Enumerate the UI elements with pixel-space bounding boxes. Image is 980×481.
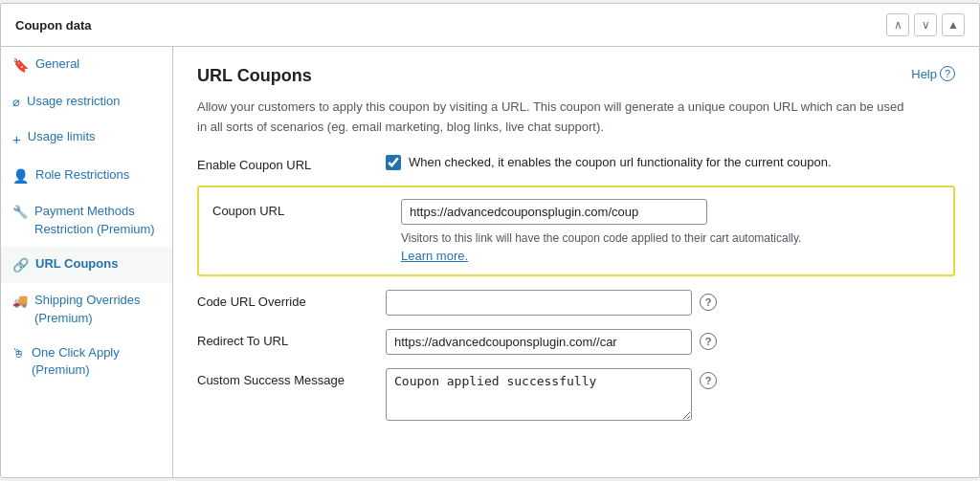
main-title: URL Coupons — [197, 66, 312, 86]
sidebar-item-url-coupons[interactable]: 🔗 URL Coupons — [1, 247, 172, 284]
enable-coupon-url-checkbox-row: When checked, it enables the coupon url … — [386, 153, 832, 172]
collapse-up-button[interactable]: ∧ — [886, 13, 909, 36]
redirect-to-url-row: Redirect To URL ? — [197, 329, 955, 355]
code-url-override-help-icon: ? — [700, 294, 717, 311]
collapse-down-button[interactable]: ∨ — [914, 13, 937, 36]
user-icon: 👤 — [12, 167, 29, 186]
coupon-url-row: Coupon URL Visitors to this link will ha… — [212, 199, 940, 263]
custom-success-message-help-icon: ? — [700, 372, 717, 389]
link-icon: 🔗 — [12, 256, 29, 275]
sidebar-item-usage-restriction[interactable]: ⌀ Usage restriction — [1, 84, 172, 120]
enable-coupon-url-hint: When checked, it enables the coupon url … — [409, 153, 832, 172]
coupon-url-input[interactable] — [401, 199, 707, 225]
enable-coupon-url-checkbox[interactable] — [386, 155, 401, 170]
help-circle-icon: ? — [940, 66, 955, 81]
panel-body: 🔖 General ⌀ Usage restriction + Usage li… — [1, 47, 979, 477]
expand-button[interactable]: ▲ — [942, 13, 965, 36]
code-url-override-value: ? — [386, 290, 955, 316]
coupon-data-panel: Coupon data ∧ ∨ ▲ 🔖 General ⌀ Usage rest… — [0, 3, 980, 478]
redirect-to-url-value: ? — [386, 329, 955, 355]
sidebar-item-shipping-overrides[interactable]: 🚚 Shipping Overrides (Premium) — [1, 283, 172, 335]
sidebar-item-general[interactable]: 🔖 General — [1, 47, 172, 84]
panel-title: Coupon data — [15, 18, 91, 33]
code-url-override-input[interactable] — [386, 290, 692, 316]
url-coupons-description: Allow your customers to apply this coupo… — [197, 98, 915, 138]
redirect-to-url-input[interactable] — [386, 329, 692, 355]
coupon-url-field-block: Visitors to this link will have the coup… — [401, 199, 940, 263]
custom-success-message-input[interactable]: Coupon applied successfully — [386, 368, 692, 421]
learn-more-link[interactable]: Learn more. — [401, 249, 468, 263]
coupon-url-box: Coupon URL Visitors to this link will ha… — [197, 186, 955, 276]
panel-header: Coupon data ∧ ∨ ▲ — [1, 4, 979, 47]
help-label: Help — [911, 67, 937, 81]
custom-success-message-row: Custom Success Message Coupon applied su… — [197, 368, 955, 421]
main-content: URL Coupons Help ? Allow your customers … — [173, 47, 979, 477]
sidebar-item-role-restrictions[interactable]: 👤 Role Restrictions — [1, 158, 172, 195]
code-url-override-label: Code URL Override — [197, 290, 374, 309]
sidebar-item-one-click-apply[interactable]: 🖰 One Click Apply (Premium) — [1, 336, 172, 387]
sidebar-item-usage-limits[interactable]: + Usage limits — [1, 120, 172, 158]
redirect-to-url-help-icon: ? — [700, 333, 717, 350]
custom-success-message-value: Coupon applied successfully ? — [386, 368, 955, 421]
panel-controls: ∧ ∨ ▲ — [886, 13, 965, 36]
custom-success-message-label: Custom Success Message — [197, 368, 374, 387]
coupon-url-label: Coupon URL — [212, 199, 390, 218]
coupon-url-hint: Visitors to this link will have the coup… — [401, 230, 940, 247]
restriction-icon: ⌀ — [12, 94, 20, 111]
enable-coupon-url-row: Enable Coupon URL When checked, it enabl… — [197, 153, 955, 172]
main-header: URL Coupons Help ? — [197, 66, 955, 86]
sidebar: 🔖 General ⌀ Usage restriction + Usage li… — [1, 47, 173, 477]
code-url-override-row: Code URL Override ? — [197, 290, 955, 316]
redirect-to-url-label: Redirect To URL — [197, 329, 374, 348]
help-link[interactable]: Help ? — [911, 66, 955, 81]
cursor-icon: 🖰 — [12, 345, 25, 362]
enable-coupon-url-label: Enable Coupon URL — [197, 153, 374, 172]
wrench-icon: 🔧 — [12, 204, 28, 221]
sidebar-item-payment-methods[interactable]: 🔧 Payment Methods Restriction (Premium) — [1, 194, 172, 246]
enable-coupon-url-value: When checked, it enables the coupon url … — [386, 153, 955, 172]
bookmark-icon: 🔖 — [12, 56, 29, 76]
plus-icon: + — [12, 129, 21, 149]
truck-icon: 🚚 — [12, 293, 28, 310]
